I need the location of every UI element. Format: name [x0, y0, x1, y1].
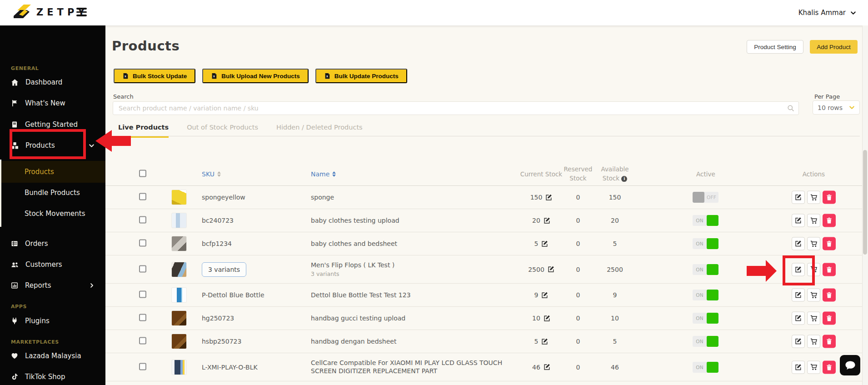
row-checkbox[interactable] [139, 291, 146, 298]
cart-button[interactable] [807, 312, 820, 325]
edit-stock-icon[interactable] [544, 217, 550, 224]
active-toggle[interactable]: ON [693, 215, 718, 226]
product-thumbnail[interactable] [171, 287, 187, 303]
edit-icon [795, 266, 802, 273]
sidebar-item-getting-started[interactable]: Getting Started [11, 117, 102, 132]
trash-icon [826, 364, 833, 370]
product-thumbnail[interactable] [171, 310, 187, 326]
search-icon[interactable] [787, 105, 794, 112]
cart-button[interactable] [807, 289, 820, 302]
sidebar-item-orders[interactable]: Orders [11, 236, 102, 251]
hamburger-menu-icon[interactable] [76, 8, 87, 17]
edit-button[interactable] [792, 360, 805, 374]
delete-button[interactable] [823, 335, 836, 348]
row-checkbox[interactable] [139, 314, 146, 321]
sort-icon[interactable] [332, 171, 336, 177]
tab-out-of-stock-products[interactable]: Out of Stock Products [187, 124, 258, 138]
edit-stock-icon[interactable] [544, 315, 550, 322]
row-checkbox[interactable] [139, 337, 146, 345]
edit-button[interactable] [792, 191, 805, 204]
edit-stock-icon[interactable] [544, 364, 550, 370]
product-thumbnail[interactable] [171, 213, 187, 228]
sidebar-item-tiktok[interactable]: TikTok Shop [11, 369, 102, 385]
sidebar-subitem-bundle-products[interactable]: Bundle Products [25, 185, 102, 200]
delete-button[interactable] [823, 263, 836, 276]
per-page-select[interactable]: 10 rows [813, 100, 860, 115]
sidebar-subitem-stock-movements[interactable]: Stock Movements [25, 206, 102, 221]
edit-button[interactable] [792, 312, 805, 325]
chat-widget-button[interactable] [840, 355, 860, 375]
edit-button[interactable] [792, 263, 805, 276]
active-toggle[interactable]: ON [693, 290, 718, 300]
product-thumbnail[interactable] [171, 334, 187, 349]
edit-button[interactable] [792, 335, 805, 348]
sidebar-item-lazada[interactable]: Lazada Malaysia [11, 348, 102, 364]
trash-icon [826, 315, 833, 322]
sidebar-item-customers[interactable]: Customers [11, 257, 102, 272]
cart-button[interactable] [807, 214, 820, 227]
edit-stock-icon[interactable] [541, 240, 548, 247]
product-setting-button[interactable]: Product Setting [747, 40, 803, 54]
delete-button[interactable] [823, 312, 836, 325]
row-checkbox[interactable] [139, 216, 146, 224]
edit-stock-icon[interactable] [548, 266, 554, 273]
edit-stock-icon[interactable] [541, 338, 548, 345]
edit-button[interactable] [792, 237, 805, 250]
sidebar-item-dashboard[interactable]: Dashboard [11, 75, 102, 90]
cart-button[interactable] [807, 237, 820, 250]
cart-button[interactable] [807, 191, 820, 204]
edit-icon [795, 292, 802, 299]
delete-button[interactable] [823, 360, 836, 374]
row-checkbox[interactable] [139, 193, 146, 200]
active-toggle[interactable]: ON [693, 313, 718, 324]
delete-button[interactable] [823, 191, 836, 204]
active-toggle[interactable]: ON [693, 336, 718, 347]
product-thumbnail[interactable] [171, 360, 187, 375]
cart-button[interactable] [807, 360, 820, 374]
sidebar-subitem-products[interactable]: Products [25, 164, 102, 180]
table-row: hg250723 handbag gucci testing upload 10… [0, 307, 868, 330]
scrollbar-thumb[interactable] [863, 150, 867, 255]
sidebar-item-whats-new[interactable]: What's New [11, 95, 102, 111]
delete-button[interactable] [823, 289, 836, 302]
info-icon[interactable]: i [621, 176, 627, 182]
edit-stock-icon[interactable] [541, 292, 548, 299]
row-checkbox[interactable] [139, 363, 146, 370]
sidebar-item-plugins[interactable]: Plugins [11, 313, 102, 329]
delete-button[interactable] [823, 237, 836, 250]
active-toggle[interactable]: OFF [693, 192, 718, 203]
sidebar-item-reports[interactable]: Reports [11, 278, 102, 293]
user-menu[interactable]: Khalis Ammar [798, 0, 856, 25]
variants-button[interactable]: 3 variants [202, 262, 246, 277]
tab-live-products[interactable]: Live Products [118, 124, 169, 138]
product-thumbnail[interactable] [171, 262, 187, 277]
heart-icon [11, 352, 18, 360]
column-header-name[interactable]: Name [311, 170, 519, 178]
trash-icon [826, 194, 833, 201]
sidebar-item-products[interactable]: Products [11, 138, 102, 153]
bulk-update-products-button[interactable]: Bulk Update Products [315, 69, 407, 83]
bulk-upload-new-products-button[interactable]: Bulk Upload New Products [202, 69, 309, 83]
edit-button[interactable] [792, 214, 805, 227]
search-input[interactable] [113, 101, 799, 115]
sort-icon[interactable] [217, 171, 221, 177]
row-checkbox[interactable] [139, 265, 146, 272]
add-product-button[interactable]: Add Product [810, 40, 858, 54]
product-thumbnail[interactable] [171, 236, 187, 251]
cart-button[interactable] [807, 263, 820, 276]
bulk-stock-update-button[interactable]: Bulk Stock Update [114, 69, 195, 83]
edit-stock-icon[interactable] [545, 194, 552, 201]
zetpy-logo-icon [13, 5, 32, 20]
edit-button[interactable] [792, 289, 805, 302]
tab-hidden-deleted-products[interactable]: Hidden / Deleted Products [276, 124, 363, 138]
delete-button[interactable] [823, 214, 836, 227]
active-toggle[interactable]: ON [693, 238, 718, 249]
column-header-sku[interactable]: SKU [202, 170, 221, 178]
active-toggle[interactable]: ON [693, 362, 718, 373]
select-all-checkbox[interactable] [139, 170, 146, 177]
product-thumbnail[interactable] [171, 190, 187, 205]
cart-button[interactable] [807, 335, 820, 348]
row-checkbox[interactable] [139, 240, 146, 247]
current-stock-value: 9 [534, 291, 539, 299]
active-toggle[interactable]: ON [693, 264, 718, 275]
